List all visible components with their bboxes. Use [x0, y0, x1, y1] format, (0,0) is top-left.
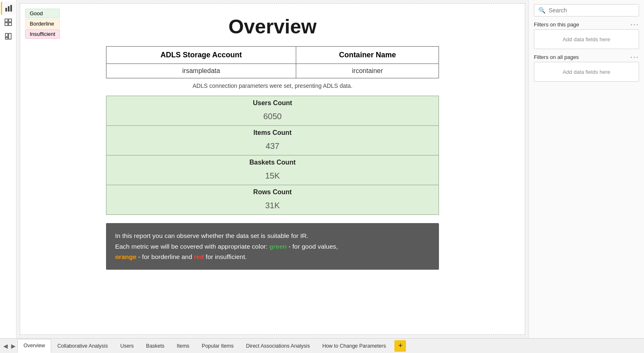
- tab-bar: ◀ ▶ OverviewCollaborative AnalysisUsersB…: [0, 338, 644, 353]
- container-name-header: Container Name: [296, 47, 439, 64]
- sidebar-grid-icon[interactable]: [1, 16, 16, 29]
- tab-nav-next[interactable]: ▶: [9, 343, 17, 349]
- filters-on-page-section: Filters on this page ··· Add data fields…: [534, 21, 639, 49]
- metric-label-2: Baskets Count: [106, 155, 439, 169]
- filters-all-pages-section: Filters on all pages ··· Add data fields…: [534, 54, 639, 82]
- svg-rect-3: [5, 19, 8, 22]
- metric-row-0: Users Count 6050: [106, 96, 439, 126]
- metrics-table: Users Count 6050 Items Count 437 Baskets…: [106, 96, 439, 215]
- svg-rect-4: [9, 19, 12, 22]
- description-line1: In this report you can observe whether t…: [115, 231, 430, 241]
- sidebar-layers-icon[interactable]: [1, 30, 16, 43]
- metric-label-0: Users Count: [106, 96, 439, 110]
- metric-row-2: Baskets Count 15K: [106, 155, 439, 185]
- search-input[interactable]: [549, 7, 635, 14]
- tab-popular-items[interactable]: Popular Items: [196, 339, 240, 353]
- svg-rect-0: [5, 8, 7, 12]
- tab-overview[interactable]: Overview: [17, 339, 51, 353]
- legend-borderline: Borderline: [25, 19, 60, 28]
- right-panel: 🔍 Filters on this page ··· Add data fiel…: [528, 0, 644, 338]
- metric-value-3: 31K: [106, 199, 439, 214]
- svg-rect-5: [5, 23, 8, 26]
- description-line2: Each metric we will be covered with appr…: [115, 241, 430, 252]
- storage-account-value: irsampledata: [106, 64, 296, 78]
- filters-on-page-menu[interactable]: ···: [630, 21, 639, 27]
- metric-value-2: 15K: [106, 169, 439, 185]
- legend: Good Borderline Insufficient: [25, 9, 60, 39]
- svg-rect-2: [10, 5, 12, 12]
- report-canvas: Good Borderline Insufficient Overview AD…: [20, 3, 525, 335]
- svg-rect-7: [5, 33, 8, 37]
- sidebar: [0, 0, 17, 338]
- storage-table: ADLS Storage Account Container Name irsa…: [106, 46, 439, 78]
- svg-rect-6: [9, 23, 12, 26]
- page-title: Overview: [20, 15, 525, 38]
- search-icon: 🔍: [538, 7, 545, 14]
- tab-nav-prev[interactable]: ◀: [2, 343, 9, 349]
- description-line3: orange - for borderline and red for insu…: [115, 252, 430, 262]
- filters-all-pages-title: Filters on all pages ···: [534, 54, 639, 60]
- metric-label-3: Rows Count: [106, 185, 439, 199]
- filters-on-page-drop: Add data fields here: [534, 29, 639, 49]
- filters-all-pages-drop: Add data fields here: [534, 62, 639, 82]
- metric-label-1: Items Count: [106, 126, 439, 140]
- tab-baskets[interactable]: Baskets: [140, 339, 170, 353]
- tab-items[interactable]: Items: [171, 339, 196, 353]
- legend-good: Good: [25, 9, 60, 18]
- metric-value-1: 437: [106, 140, 439, 155]
- tab-users[interactable]: Users: [114, 339, 140, 353]
- svg-rect-8: [9, 33, 11, 39]
- filters-all-pages-menu[interactable]: ···: [630, 54, 639, 60]
- metric-row-1: Items Count 437: [106, 126, 439, 155]
- metric-value-0: 6050: [106, 110, 439, 125]
- legend-insufficient: Insufficient: [25, 29, 60, 39]
- svg-rect-1: [8, 6, 9, 12]
- tab-how-to-change-parameters[interactable]: How to Change Parameters: [316, 339, 392, 353]
- svg-rect-9: [5, 38, 8, 39]
- filters-on-page-title: Filters on this page ···: [534, 21, 639, 28]
- description-box: In this report you can observe whether t…: [106, 223, 439, 270]
- search-box[interactable]: 🔍: [534, 4, 639, 16]
- sidebar-chart-icon[interactable]: [1, 2, 16, 15]
- add-tab-button[interactable]: +: [394, 340, 406, 352]
- tab-collaborative-analysis[interactable]: Collaborative Analysis: [51, 339, 114, 353]
- storage-account-header: ADLS Storage Account: [106, 47, 296, 64]
- metric-row-3: Rows Count 31K: [106, 185, 439, 215]
- container-name-value: ircontainer: [296, 64, 439, 78]
- subtitle: ADLS connection parameters were set, pre…: [20, 82, 525, 89]
- tab-direct-associations-analysis[interactable]: Direct Associations Analysis: [240, 339, 316, 353]
- main-area: Good Borderline Insufficient Overview AD…: [17, 0, 644, 338]
